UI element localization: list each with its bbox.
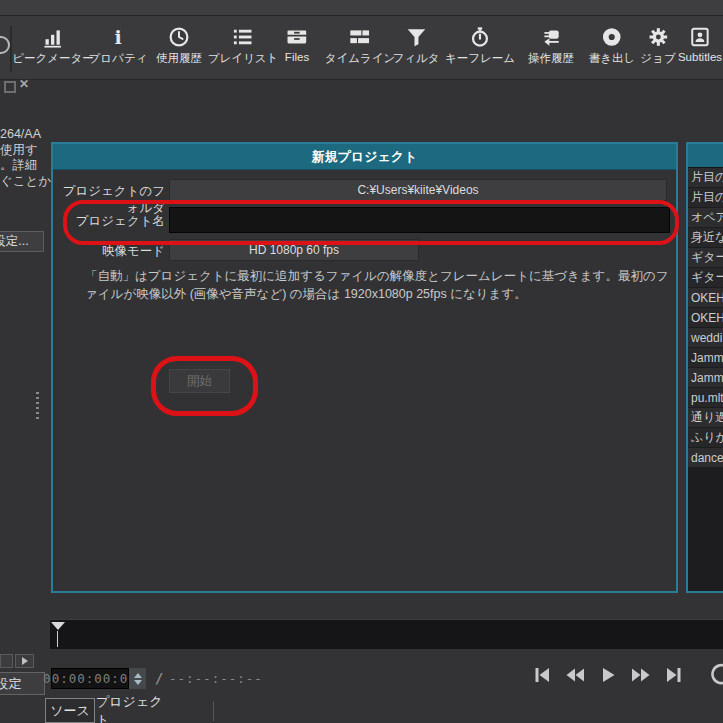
toolbar-item-subtitles[interactable]: Subtitles xyxy=(678,26,722,63)
toolbar-item-label: フィルタ xyxy=(392,51,439,66)
subtitles-icon xyxy=(689,26,711,48)
timecode-spinner[interactable] xyxy=(129,668,146,689)
toolbar-item-history[interactable]: 操作履歴 xyxy=(528,26,574,66)
video-mode-dropdown[interactable]: HD 1080p 60 fps xyxy=(169,239,419,261)
recent-list-item[interactable]: 片目の xyxy=(688,188,723,207)
jobs-icon xyxy=(647,26,669,48)
window-top-strip xyxy=(0,0,723,16)
left-text-fragment: 264/AA xyxy=(0,127,51,143)
splitter-handle[interactable] xyxy=(36,392,39,421)
toolbar-item-label: ジョブ xyxy=(640,51,675,66)
spinner-up-icon[interactable] xyxy=(134,673,142,678)
toolbar-item-properties[interactable]: iプロパティ xyxy=(89,26,148,66)
toolbar-item-filters[interactable]: フィルタ xyxy=(392,26,439,66)
recent-list: 片目の片目のオペアン身近なギターチギターチOKEHAOKEHAweddiJamm… xyxy=(688,168,723,467)
toolbar-item-keyframes[interactable]: キーフレーム xyxy=(445,26,515,66)
partial-toolbar-icon xyxy=(0,36,10,54)
timecode-field[interactable]: 00:00:00:00 xyxy=(51,668,129,689)
recent-list-item[interactable]: 身近な xyxy=(688,228,723,247)
left-text-fragment: 。詳細 xyxy=(0,158,51,174)
toolbar-item-label: 使用履歴 xyxy=(156,51,202,66)
toolbar-item-playlist[interactable]: プレイリスト xyxy=(208,26,279,66)
files-icon xyxy=(286,26,308,48)
timecode-separator: / xyxy=(155,670,163,686)
recent-list-item[interactable]: Jamme xyxy=(688,368,723,387)
mini-button-blank[interactable] xyxy=(0,654,13,668)
toolbar-item-label: 書き出し xyxy=(589,51,636,66)
toolbar-item-timeline[interactable]: タイムライン xyxy=(325,26,396,66)
export-icon xyxy=(601,26,623,48)
dock-float-icon[interactable] xyxy=(4,81,16,93)
recent-list-item[interactable]: OKEHA xyxy=(688,308,723,327)
dock-close-icon[interactable]: ✕ xyxy=(19,77,29,91)
mini-play-button[interactable] xyxy=(15,654,34,668)
timeline-icon xyxy=(349,26,371,48)
left-text-fragment: 使用す xyxy=(0,143,51,159)
toolbar-item-recent[interactable]: 使用履歴 xyxy=(156,26,202,66)
recent-list-item[interactable]: dance xyxy=(688,448,723,467)
recent-list-item[interactable]: OKEHA xyxy=(688,288,723,307)
peak-meter-icon xyxy=(42,26,64,48)
recent-list-item[interactable]: ふりかえ xyxy=(688,428,723,447)
toolbar-item-label: プレイリスト xyxy=(208,51,279,66)
toolbar-item-label: プロパティ xyxy=(89,51,148,66)
panel-title: 新規プロジェクト xyxy=(53,144,676,170)
small-play-icon xyxy=(22,657,28,665)
toolbar-item-label: ピークメーター xyxy=(12,51,94,66)
main-toolbar: ピークメーターiプロパティ使用履歴プレイリストFilesタイムラインフィルタキー… xyxy=(0,16,723,80)
video-mode-label: 映像モード xyxy=(55,243,165,260)
new-project-panel: 新規プロジェクト プロジェクトのフォルダ C:¥Users¥kiite¥Vide… xyxy=(51,142,678,593)
toolbar-item-label: タイムライン xyxy=(325,51,396,66)
toolbar-item-peak-meter[interactable]: ピークメーター xyxy=(12,26,94,66)
toolbar-item-label: Files xyxy=(285,51,309,63)
recent-list-item[interactable]: 通り過 xyxy=(688,408,723,427)
transport-controls xyxy=(532,665,684,687)
play-button[interactable] xyxy=(598,665,618,685)
video-mode-description: 「自動」はプロジェクトに最初に追加するファイルの解像度とフレームレートに基づきま… xyxy=(85,267,671,303)
spinner-down-icon[interactable] xyxy=(134,680,142,685)
playhead-icon[interactable] xyxy=(51,622,65,630)
rewind-button[interactable] xyxy=(565,665,585,685)
skip-start-button[interactable] xyxy=(532,665,552,685)
timeline-ruler[interactable] xyxy=(50,619,723,649)
fast-forward-button[interactable] xyxy=(631,665,651,685)
tab-project[interactable]: プロジェクト xyxy=(96,698,172,723)
recent-list-item[interactable]: オペアン xyxy=(688,208,723,227)
recent-list-item[interactable]: Jamme xyxy=(688,348,723,367)
left-panel-text-fragments: 264/AA使用す。詳細ぐことか xyxy=(0,127,51,189)
player-settings-button[interactable]: 設定 xyxy=(0,672,45,695)
recent-icon xyxy=(168,26,190,48)
project-name-input[interactable] xyxy=(169,207,670,233)
toolbar-item-files[interactable]: Files xyxy=(285,26,309,63)
toolbar-item-jobs[interactable]: ジョブ xyxy=(640,26,675,66)
shotcut-window: ピークメーターiプロパティ使用履歴プレイリストFilesタイムラインフィルタキー… xyxy=(0,0,723,723)
project-folder-field[interactable]: C:¥Users¥kiite¥Videos xyxy=(169,179,667,201)
recent-list-item[interactable]: pu.mlt xyxy=(688,388,723,407)
recent-list-item[interactable]: ギターチ xyxy=(688,248,723,267)
recent-list-item[interactable]: ギターチ xyxy=(688,268,723,287)
left-settings-button[interactable]: 設定... xyxy=(0,231,44,252)
playlist-icon xyxy=(232,26,254,48)
toolbar-item-label: キーフレーム xyxy=(445,51,515,66)
toolbar-item-export[interactable]: 書き出し xyxy=(589,26,636,66)
toolbar-item-label: 操作履歴 xyxy=(528,51,574,66)
filters-icon xyxy=(405,26,427,48)
tab-separator xyxy=(213,701,214,721)
duration-field: --:--:--:-- xyxy=(169,671,263,686)
project-folder-label: プロジェクトのフォルダ xyxy=(55,183,165,217)
history-icon xyxy=(540,26,562,48)
project-name-label: プロジェクト名 xyxy=(55,213,165,230)
start-button[interactable]: 開始 xyxy=(169,369,230,393)
skip-end-button[interactable] xyxy=(664,665,684,685)
keyframes-icon xyxy=(469,26,491,48)
recent-list-item[interactable]: weddi xyxy=(688,328,723,347)
left-text-fragment: ぐことか xyxy=(0,174,51,190)
recent-panel-header xyxy=(688,144,723,168)
recent-list-item[interactable]: 片目の xyxy=(688,168,723,187)
loop-icon-partial[interactable] xyxy=(706,662,723,690)
toolbar-item-label: Subtitles xyxy=(678,51,722,63)
properties-icon: i xyxy=(107,26,129,48)
tab-source[interactable]: ソース xyxy=(45,698,95,723)
recent-panel: 片目の片目のオペアン身近なギターチギターチOKEHAOKEHAweddiJamm… xyxy=(686,142,723,593)
playhead-line xyxy=(57,631,58,647)
